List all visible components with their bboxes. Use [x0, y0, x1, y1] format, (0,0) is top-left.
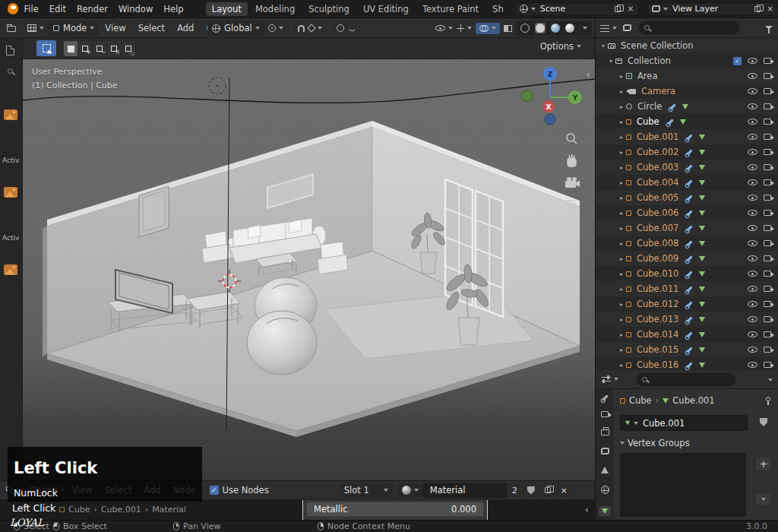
- outliner-item-name[interactable]: Cube.013: [637, 314, 678, 325]
- texture-thumbnail-icon[interactable]: [4, 109, 17, 120]
- outliner-row[interactable]: Cube.011 ✓: [596, 281, 778, 296]
- shading-rendered-button[interactable]: [565, 24, 574, 33]
- metallic-slider[interactable]: Metallic 0.000: [306, 502, 484, 517]
- hide-in-viewport-icon[interactable]: [748, 195, 757, 201]
- hide-in-viewport-icon[interactable]: [748, 316, 757, 322]
- outliner-row[interactable]: Scene Collection ✓: [596, 38, 778, 53]
- show-overlays-dropdown[interactable]: [476, 23, 500, 34]
- options-dropdown[interactable]: Options: [540, 41, 581, 52]
- properties-options-dropdown[interactable]: [768, 378, 773, 382]
- zoom-button[interactable]: [567, 134, 577, 144]
- new-material-button[interactable]: [540, 483, 555, 498]
- hide-in-viewport-icon[interactable]: [748, 331, 757, 337]
- show-gizmo-dropdown[interactable]: [457, 24, 472, 32]
- outliner-row[interactable]: Area ✓: [596, 68, 778, 84]
- hide-in-viewport-icon[interactable]: [748, 103, 757, 109]
- menu-render[interactable]: Render: [71, 4, 113, 14]
- menu-select[interactable]: Select: [132, 18, 171, 38]
- fake-user-button[interactable]: [523, 483, 539, 498]
- pan-hand-button[interactable]: [568, 154, 576, 166]
- sidebar-collapse-icon[interactable]: ‹: [586, 68, 590, 81]
- disclosure-triangle-icon[interactable]: [617, 119, 626, 125]
- disclosure-triangle-icon[interactable]: [617, 301, 626, 308]
- workspace-tab-layout[interactable]: Layout: [206, 2, 248, 16]
- outliner-item-name[interactable]: Cube.006: [637, 207, 678, 218]
- material-name-field[interactable]: Material: [423, 483, 507, 498]
- scene-name[interactable]: Scene: [536, 4, 571, 14]
- outliner-row[interactable]: Cube.015 ✓: [596, 342, 778, 357]
- disclosure-triangle-icon[interactable]: [617, 362, 626, 369]
- outliner-row[interactable]: Cube.005 ✓: [596, 190, 778, 205]
- menu-file[interactable]: File: [18, 4, 43, 14]
- tab-world-icon[interactable]: [601, 486, 609, 494]
- disclosure-triangle-icon[interactable]: [617, 195, 626, 201]
- outliner-item-name[interactable]: Cube.015: [637, 344, 678, 355]
- disable-in-renders-icon[interactable]: [764, 179, 771, 185]
- disable-in-renders-icon[interactable]: [764, 362, 771, 368]
- snap-toggle[interactable]: [298, 25, 305, 32]
- disclosure-triangle-icon[interactable]: [617, 225, 626, 232]
- outliner-item-name[interactable]: Cube.009: [637, 253, 678, 264]
- outliner-item-name[interactable]: Cube.008: [637, 238, 678, 249]
- disable-in-renders-icon[interactable]: [764, 149, 771, 155]
- outliner-row[interactable]: Cube.003 ✓: [596, 160, 778, 175]
- disable-in-renders-icon[interactable]: [764, 271, 771, 277]
- disable-in-renders-icon[interactable]: [764, 58, 771, 64]
- disable-in-renders-icon[interactable]: [764, 88, 771, 94]
- gizmo-minus-y[interactable]: [522, 90, 533, 102]
- tab-view-layer-icon[interactable]: [601, 448, 609, 454]
- outliner-row[interactable]: Cube.006 ✓: [596, 205, 778, 220]
- disclosure-triangle-icon[interactable]: [599, 43, 608, 49]
- outliner-row[interactable]: Cube.012 ✓: [596, 296, 778, 312]
- disclosure-triangle-icon[interactable]: [617, 73, 626, 80]
- disable-in-renders-icon[interactable]: [764, 301, 771, 307]
- outliner-item-name[interactable]: Cube.001: [637, 131, 678, 142]
- menu-view[interactable]: View: [99, 18, 131, 38]
- tab-output-icon[interactable]: [601, 429, 609, 435]
- properties-search-input[interactable]: [637, 373, 735, 386]
- outliner-item-name[interactable]: Cube.004: [637, 177, 678, 188]
- disclosure-triangle-icon[interactable]: [617, 331, 626, 338]
- outliner-item-name[interactable]: Cube.011: [637, 283, 678, 294]
- outliner-item-name[interactable]: Cube: [637, 116, 659, 127]
- hide-in-viewport-icon[interactable]: [748, 225, 757, 231]
- hide-in-viewport-icon[interactable]: [748, 134, 757, 140]
- select-mode-intersect[interactable]: [122, 41, 136, 56]
- hide-in-viewport-icon[interactable]: [748, 286, 757, 292]
- picture-frame[interactable]: [139, 186, 169, 237]
- disclosure-triangle-icon[interactable]: [617, 103, 626, 110]
- vertex-group-specials-button[interactable]: [755, 492, 772, 506]
- toggle-xray-button[interactable]: [504, 25, 512, 32]
- area-light-object[interactable]: [209, 78, 226, 94]
- outliner-row[interactable]: Cube.009 ✓: [596, 251, 778, 266]
- disable-in-renders-icon[interactable]: [764, 316, 771, 322]
- remove-view-layer-icon[interactable]: ×: [764, 5, 777, 13]
- workspace-tab-uv-editing[interactable]: UV Editing: [357, 2, 415, 16]
- hide-in-viewport-icon[interactable]: [748, 179, 757, 185]
- shading-wireframe-button[interactable]: [520, 24, 530, 33]
- new-view-layer-icon[interactable]: [754, 6, 761, 12]
- tab-object-data-active[interactable]: [599, 506, 611, 516]
- outliner-row[interactable]: Cube.004 ✓: [596, 175, 778, 190]
- outliner-row[interactable]: Cube.001 ✓: [596, 129, 778, 144]
- outliner-item-name[interactable]: Area: [637, 71, 657, 81]
- material-users-count-button[interactable]: 2: [508, 483, 522, 498]
- disable-in-renders-icon[interactable]: [764, 240, 771, 246]
- hide-in-viewport-icon[interactable]: [748, 301, 757, 307]
- disclosure-triangle-icon[interactable]: [617, 271, 626, 277]
- unlink-material-button[interactable]: ×: [556, 483, 572, 498]
- outliner-row[interactable]: Cube.008 ✓: [596, 236, 778, 251]
- disclosure-triangle-icon[interactable]: [617, 347, 626, 353]
- 3d-scene[interactable]: Z Y X: [23, 38, 595, 480]
- outliner-row[interactable]: Cube.010 ✓: [596, 266, 778, 281]
- editor-type-button[interactable]: [24, 24, 47, 32]
- tab-tool-icon[interactable]: [602, 394, 608, 401]
- select-mode-new[interactable]: [64, 41, 78, 56]
- outliner-item-name[interactable]: Cube.014: [637, 329, 678, 340]
- outliner-row[interactable]: Cube ✓: [596, 114, 778, 129]
- display-mode-icon[interactable]: [623, 24, 631, 31]
- disclosure-triangle-icon[interactable]: [606, 58, 615, 65]
- hide-in-viewport-icon[interactable]: [748, 271, 757, 277]
- outliner-item-name[interactable]: Cube.016: [637, 359, 678, 370]
- disable-in-renders-icon[interactable]: [764, 286, 771, 292]
